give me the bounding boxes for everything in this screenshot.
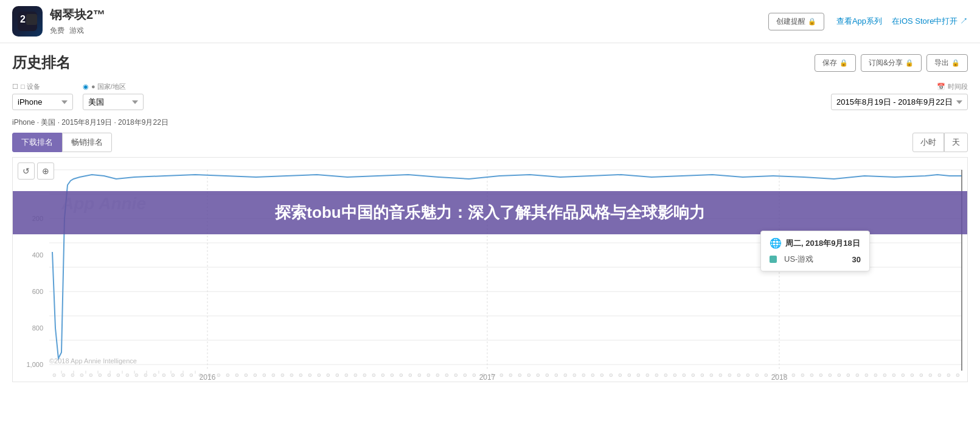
tab-sales[interactable]: 畅销排名 (62, 133, 112, 152)
svg-text:⊙: ⊙ (80, 372, 84, 378)
header-actions: 创建提醒 查看App系列 在iOS Store中打开 ↗ (768, 13, 968, 30)
svg-text:⊙: ⊙ (810, 372, 814, 378)
svg-text:⊙: ⊙ (509, 372, 513, 378)
svg-text:⊙: ⊙ (308, 372, 312, 378)
svg-text:⊙: ⊙ (791, 372, 796, 378)
banner-text: 探索tobu中国的音乐魅力：深入了解其作品风格与全球影响力 (275, 203, 704, 222)
tooltip-row-value: 30 (852, 255, 861, 264)
country-select[interactable]: 美国 中国 日本 英国 (83, 94, 144, 110)
svg-rect-2 (26, 14, 37, 25)
view-series-link[interactable]: 查看App系列 (836, 16, 882, 27)
svg-text:⊙: ⊙ (472, 372, 476, 378)
time-filter-group: 时间段 2015年8月19日 - 2018年9月22日 最近7天 最近30天 最… (831, 82, 968, 110)
svg-text:⊙: ⊙ (372, 372, 376, 378)
time-range-buttons: 小时 天 (912, 133, 968, 152)
svg-text:⊙: ⊙ (764, 372, 768, 378)
time-range-day[interactable]: 天 (944, 133, 968, 152)
svg-text:⊙: ⊙ (271, 372, 276, 378)
svg-text:⊙: ⊙ (71, 372, 75, 378)
svg-text:⊙: ⊙ (837, 372, 841, 378)
lock-icon (808, 17, 816, 26)
svg-text:⊙: ⊙ (481, 372, 485, 378)
svg-text:⊙: ⊙ (317, 372, 321, 378)
svg-text:⊙: ⊙ (198, 372, 203, 378)
svg-text:⊙: ⊙ (645, 372, 650, 378)
export-lock-icon (951, 58, 960, 67)
save-lock-icon (839, 58, 848, 67)
app-tag-category: 游戏 (69, 26, 84, 36)
svg-text:⊙: ⊙ (171, 372, 175, 378)
svg-text:⊙: ⊙ (664, 372, 668, 378)
svg-text:⊙: ⊙ (609, 372, 613, 378)
svg-text:⊙: ⊙ (874, 372, 878, 378)
svg-text:⊙: ⊙ (819, 372, 823, 378)
svg-text:⊙: ⊙ (326, 372, 330, 378)
chart-tabs-row: 下载排名 畅销排名 小时 天 (12, 133, 968, 152)
app-tag-free: 免费 (50, 26, 64, 36)
svg-text:⊙: ⊙ (919, 372, 923, 378)
svg-text:⊙: ⊙ (846, 372, 850, 378)
time-select[interactable]: 2015年8月19日 - 2018年9月22日 最近7天 最近30天 最近90天 (831, 94, 968, 110)
svg-text:⊙: ⊙ (162, 372, 166, 378)
country-radio-icon (83, 83, 89, 91)
svg-text:⊙: ⊙ (545, 372, 549, 378)
svg-text:⊙: ⊙ (673, 372, 677, 378)
svg-text:⊙: ⊙ (399, 372, 403, 378)
svg-text:⊙: ⊙ (116, 372, 120, 378)
svg-text:⊙: ⊙ (107, 372, 111, 378)
create-alert-button[interactable]: 创建提醒 (768, 13, 824, 30)
open-ios-link[interactable]: 在iOS Store中打开 ↗ (892, 16, 968, 27)
svg-text:⊙: ⊙ (262, 372, 266, 378)
svg-text:⊙: ⊙ (518, 372, 522, 378)
tooltip-row: US-游戏 30 (770, 254, 861, 265)
tab-download[interactable]: 下载排名 (12, 133, 62, 152)
svg-text:⊙: ⊙ (563, 372, 568, 378)
svg-text:⊙: ⊙ (782, 372, 787, 378)
svg-text:⊙: ⊙ (582, 372, 586, 378)
svg-text:⊙: ⊙ (217, 372, 221, 378)
svg-text:⊙: ⊙ (718, 372, 723, 378)
svg-text:⊙: ⊙ (536, 372, 540, 378)
svg-text:⊙: ⊙ (773, 372, 777, 378)
svg-text:⊙: ⊙ (235, 372, 239, 378)
page-title: 历史排名 (12, 53, 71, 72)
chart-subtitle: iPhone · 美国 · 2015年8月19日 · 2018年9月22日 (12, 117, 968, 128)
svg-text:⊙: ⊙ (883, 372, 887, 378)
app-name: 钢琴块2™ (50, 7, 105, 23)
subscribe-button[interactable]: 订阅&分享 (861, 54, 922, 72)
svg-text:⊙: ⊙ (947, 372, 951, 378)
svg-text:⊙: ⊙ (937, 372, 942, 378)
svg-text:⊙: ⊙ (591, 372, 595, 378)
svg-text:⊙: ⊙ (527, 372, 531, 378)
app-icon: 2 (12, 6, 43, 37)
svg-text:⊙: ⊙ (52, 372, 57, 378)
chart-tooltip: 🌐 周二, 2018年9月18日 US-游戏 30 (760, 231, 870, 271)
calendar-icon (937, 83, 945, 91)
svg-text:⊙: ⊙ (901, 372, 905, 378)
svg-text:⊙: ⊙ (445, 372, 449, 378)
svg-text:⊙: ⊙ (600, 372, 604, 378)
device-label: □ 设备 (12, 82, 73, 91)
svg-text:⊙: ⊙ (363, 372, 367, 378)
tooltip-header: 🌐 周二, 2018年9月18日 (770, 237, 861, 249)
svg-text:⊙: ⊙ (353, 372, 358, 378)
device-select[interactable]: iPhone iPad (12, 94, 73, 110)
filters-row: □ 设备 iPhone iPad ● 国家/地区 美国 中国 日本 英国 (12, 82, 968, 110)
svg-text:⊙: ⊙ (572, 372, 577, 378)
time-range-hour[interactable]: 小时 (912, 133, 944, 152)
svg-text:2: 2 (20, 14, 26, 24)
chart-zoom-button[interactable]: ⊕ (37, 162, 54, 180)
save-button[interactable]: 保存 (815, 54, 856, 72)
svg-text:⊙: ⊙ (125, 372, 130, 378)
export-button[interactable]: 导出 (926, 54, 968, 72)
chart-reset-button[interactable]: ↺ (18, 162, 35, 180)
app-tags: 免费 游戏 (50, 26, 105, 36)
svg-text:⊙: ⊙ (134, 372, 139, 378)
header-links: 查看App系列 在iOS Store中打开 ↗ (836, 16, 968, 27)
svg-text:⊙: ⊙ (226, 372, 230, 378)
chart-container: ↺ ⊕ App Annie 探索tobu中国的音乐魅力：深入了解其作品风格与全球… (12, 157, 968, 382)
svg-text:⊙: ⊙ (244, 372, 248, 378)
svg-text:⊙: ⊙ (737, 372, 741, 378)
country-label: ● 国家/地区 (83, 82, 144, 91)
svg-text:⊙: ⊙ (636, 372, 641, 378)
